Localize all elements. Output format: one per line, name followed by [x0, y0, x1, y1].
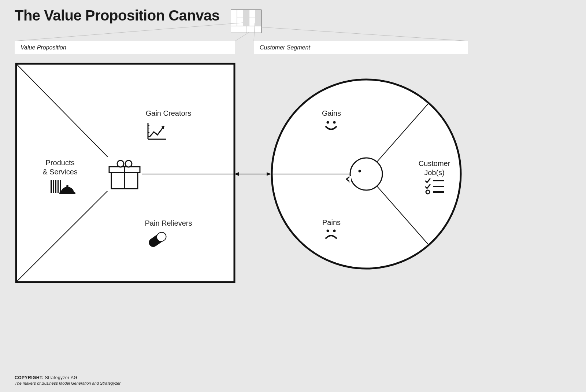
- svg-point-52: [327, 230, 329, 232]
- products-services-line1: Products: [46, 159, 75, 167]
- products-services-line2: & Services: [42, 168, 78, 176]
- svg-point-23: [117, 160, 124, 167]
- svg-point-40: [66, 185, 68, 187]
- svg-point-51: [333, 121, 336, 124]
- customer-jobs-line1: Customer: [419, 159, 450, 167]
- canvas-page: The Value Proposition Canvas Value: [0, 0, 586, 392]
- svg-rect-36: [55, 180, 56, 193]
- customer-jobs-line2: Job(s): [424, 169, 445, 177]
- svg-point-50: [327, 121, 329, 124]
- copyright-owner: Strategyzer AG: [45, 375, 77, 380]
- svg-rect-34: [51, 180, 52, 193]
- gain-creators-label: Gain Creators: [136, 109, 201, 118]
- svg-point-49: [359, 170, 361, 173]
- footer-tagline: The makers of Business Model Generation …: [15, 381, 120, 385]
- svg-rect-39: [59, 192, 75, 194]
- svg-rect-37: [58, 180, 59, 193]
- products-services-label: Products & Services: [38, 158, 82, 177]
- svg-point-48: [350, 158, 382, 190]
- pains-label: Pains: [308, 218, 355, 227]
- gift-icon: [107, 157, 142, 191]
- customer-jobs-label: Customer Job(s): [412, 159, 456, 177]
- svg-line-12: [235, 32, 249, 41]
- customer-segment-label: Customer Segment: [260, 44, 310, 51]
- svg-line-14: [261, 27, 468, 41]
- svg-rect-10: [255, 10, 261, 26]
- pain-relievers-label: Pain Relievers: [136, 219, 201, 228]
- svg-point-53: [333, 230, 336, 232]
- mini-bmc-thumbnail: [231, 10, 262, 33]
- svg-line-11: [15, 23, 243, 41]
- gains-label: Gains: [308, 109, 355, 118]
- vpc-diagram: [15, 62, 469, 286]
- page-title: The Value Proposition Canvas: [15, 7, 219, 24]
- copyright-label: COPYRIGHT:: [15, 375, 44, 380]
- value-proposition-label: Value Proposition: [21, 44, 66, 51]
- customer-segment-bar: Customer Segment: [254, 41, 468, 54]
- connector-arrow: [234, 172, 271, 176]
- value-proposition-bar: Value Proposition: [15, 41, 235, 54]
- svg-rect-35: [53, 180, 54, 193]
- svg-marker-43: [267, 172, 271, 176]
- svg-rect-9: [243, 10, 249, 26]
- footer: COPYRIGHT: Strategyzer AG The makers of …: [15, 375, 120, 385]
- svg-point-24: [125, 160, 132, 167]
- svg-rect-38: [60, 180, 61, 193]
